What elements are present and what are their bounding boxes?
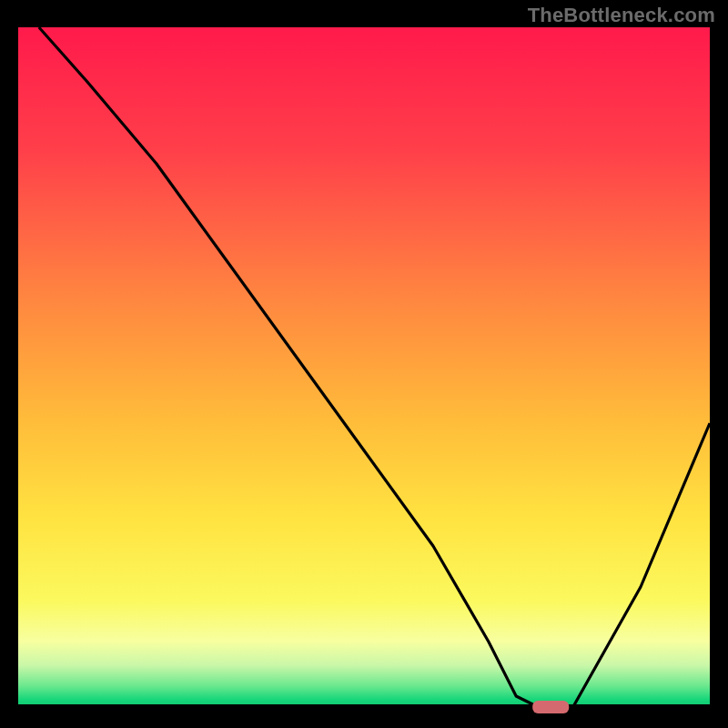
optimal-marker [532, 701, 569, 713]
bottleneck-chart [0, 0, 728, 728]
baseline-strip [18, 704, 710, 710]
gradient-background [18, 27, 710, 710]
watermark-label: TheBottleneck.com [528, 4, 715, 27]
chart-frame: TheBottleneck.com [0, 0, 728, 728]
